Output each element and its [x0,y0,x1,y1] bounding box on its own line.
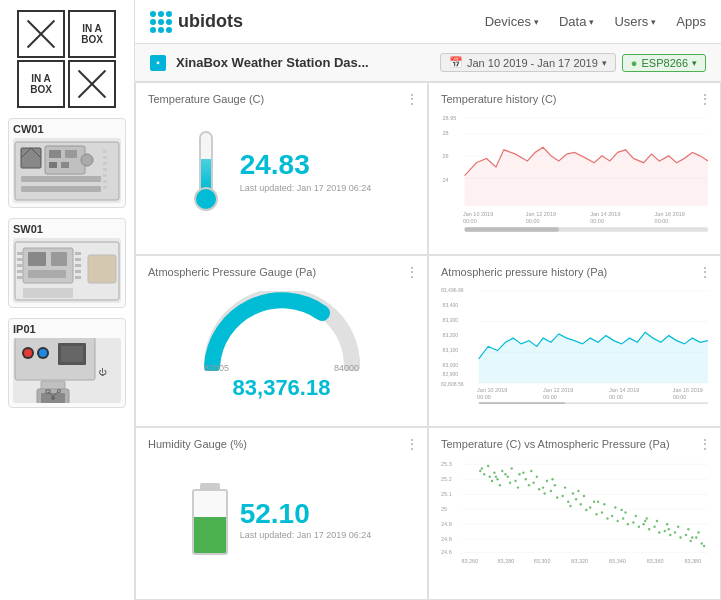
widget-menu-temp-history[interactable]: ⋮ [698,91,712,107]
widget-menu-scatter[interactable]: ⋮ [698,436,712,452]
svg-text:00:00: 00:00 [543,393,557,399]
widget-menu-atm[interactable]: ⋮ [405,264,419,280]
dot8 [158,27,164,33]
nav-apps[interactable]: Apps [676,14,706,29]
logo-text1: IN ABOX [68,10,116,58]
widget-menu-atm-history[interactable]: ⋮ [698,264,712,280]
hum-gauge-widget: Humidity Gauge (%) ⋮ 52.10 Last updated:… [135,427,428,600]
svg-point-191 [577,490,579,492]
svg-text:83,340: 83,340 [609,558,626,564]
svg-point-180 [685,534,687,536]
svg-point-157 [603,503,605,505]
svg-point-144 [562,495,564,497]
svg-rect-35 [88,255,116,283]
svg-rect-33 [51,252,67,266]
svg-point-140 [543,493,545,495]
svg-rect-15 [103,162,107,165]
atm-history-title: Atmospheric pressure history (Pa) [441,266,708,278]
svg-point-138 [542,487,544,489]
svg-text:83,260: 83,260 [461,558,478,564]
hum-value: 52.10 [240,498,372,530]
svg-point-128 [504,473,506,475]
svg-text:25.1: 25.1 [441,491,452,497]
svg-text:Jan 14 2019: Jan 14 2019 [590,211,620,217]
svg-text:83,300: 83,300 [534,558,551,564]
temp-history-widget: Temperature history (C) ⋮ 28.95 28 26 24 [428,82,721,255]
brand-dots [150,11,172,33]
nav-data[interactable]: Data ▾ [559,14,594,29]
svg-point-178 [677,526,679,528]
svg-point-122 [491,480,493,482]
svg-point-170 [648,528,650,530]
svg-text:⏻: ⏻ [98,368,107,377]
svg-point-119 [481,468,483,470]
dot9 [166,27,172,33]
device-card-cw01[interactable]: CW01 [8,118,126,208]
svg-point-121 [493,472,495,474]
svg-rect-32 [28,252,46,266]
nav-devices[interactable]: Devices ▾ [485,14,539,29]
device-label-cw01: CW01 [13,123,121,135]
svg-point-151 [583,495,585,497]
temp-value: 24.83 [240,149,310,181]
svg-rect-28 [75,258,81,261]
temp-gauge-title: Temperature Gauge (C) [148,93,415,105]
widget-menu-hum[interactable]: ⋮ [405,436,419,452]
svg-rect-19 [103,186,107,189]
logo: IN ABOX IN ABOX [17,10,117,108]
device-image-sw01 [13,238,121,303]
svg-point-120 [489,476,491,478]
scatter-title: Temperature (C) vs Atmospheric Pressure … [441,438,708,450]
svg-rect-11 [21,176,101,182]
device-image-ip01: ⏻ [13,338,121,403]
widget-menu-temp[interactable]: ⋮ [405,91,419,107]
svg-point-125 [499,484,501,486]
nav-users[interactable]: Users ▾ [614,14,656,29]
svg-point-172 [656,520,658,522]
svg-point-142 [554,484,556,486]
device-card-ip01[interactable]: IP01 [8,318,126,408]
svg-point-117 [479,470,481,472]
svg-point-183 [695,537,697,539]
svg-text:Jan 10 2019: Jan 10 2019 [463,211,493,217]
svg-point-153 [589,507,591,509]
svg-text:25.2: 25.2 [441,476,452,482]
svg-rect-25 [17,270,23,273]
date-range-badge[interactable]: 📅 Jan 10 2019 - Jan 17 2019 ▾ [440,53,616,72]
svg-point-139 [546,480,548,482]
svg-point-168 [642,523,644,525]
svg-point-136 [536,476,538,478]
svg-point-166 [635,515,637,517]
dashboard-grid: Temperature Gauge (C) ⋮ 24.83 Last updat… [135,82,721,600]
hum-updated: Last updated: Jan 17 2019 06:24 [240,530,372,540]
device-badge[interactable]: ● ESP8266 ▾ [622,54,706,72]
chevron-down-icon: ▾ [692,58,697,68]
svg-point-160 [614,507,616,509]
svg-point-182 [690,540,692,542]
temp-history-title: Temperature history (C) [441,93,708,105]
svg-rect-16 [103,168,107,171]
dashboard-icon [150,55,166,71]
svg-point-148 [575,498,577,500]
svg-text:Jan 10 2019: Jan 10 2019 [477,387,507,393]
dot5 [158,19,164,25]
svg-rect-7 [65,150,77,158]
atm-gauge-title: Atmospheric Pressure Gauge (Pa) [148,266,415,278]
svg-point-147 [572,493,574,495]
svg-text:Jan 12 2019: Jan 12 2019 [526,211,556,217]
svg-point-137 [538,488,540,490]
svg-text:Jan 16 2019: Jan 16 2019 [673,387,703,393]
svg-point-167 [638,526,640,528]
svg-point-164 [627,523,629,525]
svg-point-47 [24,349,32,357]
svg-rect-27 [75,252,81,255]
svg-point-161 [617,520,619,522]
svg-point-146 [567,501,569,503]
svg-text:24: 24 [443,176,450,182]
svg-text:83,000: 83,000 [443,362,459,368]
device-card-sw01[interactable]: SW01 [8,218,126,308]
svg-point-158 [606,517,608,519]
svg-text:Jan 16 2019: Jan 16 2019 [655,211,685,217]
svg-rect-18 [103,180,107,183]
svg-text:24.6: 24.6 [441,549,452,555]
